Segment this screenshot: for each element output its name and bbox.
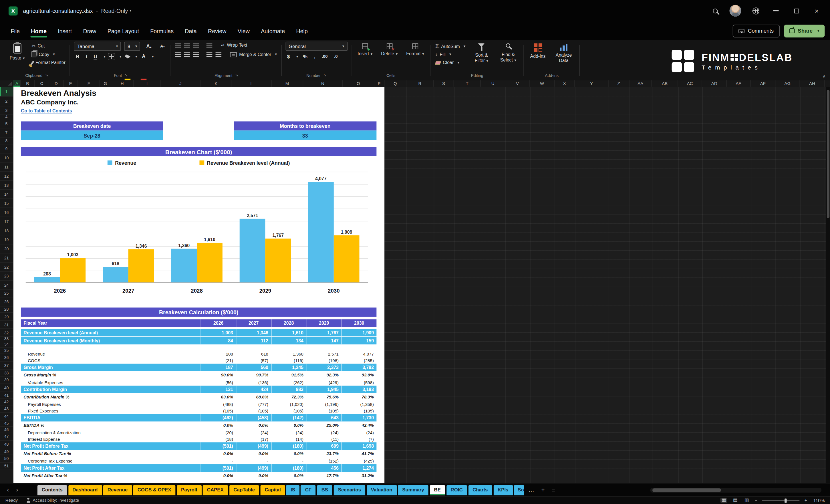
calc-cell[interactable]: 1,730 <box>341 414 376 421</box>
zoom-slider-thumb[interactable] <box>785 498 787 503</box>
calc-cell[interactable]: 1,698 <box>341 442 376 450</box>
calc-cell[interactable]: - <box>271 458 306 464</box>
align-left-button[interactable] <box>175 52 181 57</box>
calc-cell[interactable]: 1,346 <box>236 329 271 336</box>
row-header-42[interactable]: 42 <box>0 399 13 405</box>
calc-cell[interactable]: (458) <box>236 414 271 421</box>
addins-button[interactable]: Add-ins <box>528 42 548 60</box>
calc-header-cell[interactable]: 2026 <box>200 319 236 327</box>
row-header-5[interactable]: 5 <box>0 119 13 128</box>
row-header-46[interactable]: 46 <box>0 427 13 433</box>
calc-header-cell[interactable]: 2027 <box>236 319 271 327</box>
column-header-AA[interactable]: AA <box>630 80 652 86</box>
row-header-43[interactable]: 43 <box>0 405 13 413</box>
column-header-M[interactable]: M <box>272 80 303 86</box>
calc-cell[interactable]: 0.0% <box>236 422 271 429</box>
font-color-button[interactable]: A <box>140 54 147 59</box>
calc-cell[interactable]: 23.7% <box>306 450 341 457</box>
row-header-38[interactable]: 38 <box>0 370 13 376</box>
calc-cell[interactable]: (105) <box>306 408 341 414</box>
column-header-J[interactable]: J <box>161 80 200 86</box>
calc-cell[interactable]: 112 <box>236 337 271 344</box>
calc-cell[interactable]: 91.5% <box>271 372 306 379</box>
calc-cell[interactable]: (501) <box>200 464 236 472</box>
clear-button[interactable]: Clear▾ <box>434 60 467 66</box>
row-header-32[interactable]: 32 <box>0 329 13 337</box>
column-header-Z[interactable]: Z <box>609 80 630 86</box>
calc-row-label[interactable]: Payroll Expenses <box>21 401 200 407</box>
calc-cell[interactable]: (777) <box>236 401 271 407</box>
row-header-28[interactable]: 28 <box>0 306 13 313</box>
autosum-button[interactable]: ΣAutoSum▾ <box>434 43 467 50</box>
breakeven-chart[interactable]: RevenueRevenue Breakeven level (Annual) … <box>21 156 376 303</box>
row-header-8[interactable]: 8 <box>0 138 13 144</box>
calc-cell[interactable]: 0.0% <box>200 472 236 479</box>
calc-cell[interactable]: 42.4% <box>341 422 376 429</box>
bold-button[interactable]: B <box>74 54 81 60</box>
calc-cell[interactable]: 560 <box>236 364 271 371</box>
sheet-tab-captable[interactable]: CapTable <box>229 485 259 495</box>
cell-report-title[interactable]: Breakeven Analysis <box>21 88 96 98</box>
calc-cell[interactable]: (136) <box>236 379 271 385</box>
normal-view-button[interactable]: ▦ <box>721 498 727 503</box>
find-select-button[interactable]: Find & Select▾ <box>497 42 520 64</box>
row-header-39[interactable]: 39 <box>0 376 13 384</box>
row-header-10[interactable]: 10 <box>0 154 13 163</box>
row-header-12[interactable]: 12 <box>0 171 13 181</box>
calc-cell[interactable]: (105) <box>341 408 376 414</box>
row-header-34[interactable]: 34 <box>0 341 13 348</box>
orientation-button[interactable] <box>206 43 213 48</box>
calc-cell[interactable]: (24) <box>306 429 341 436</box>
calc-cell[interactable]: (488) <box>200 401 236 407</box>
row-header-51[interactable]: 51 <box>0 463 13 470</box>
column-header-N[interactable]: N <box>303 80 343 86</box>
align-middle-button[interactable] <box>184 43 190 48</box>
row-header-9[interactable]: 9 <box>0 145 13 154</box>
calc-cell[interactable]: 1,003 <box>200 329 236 336</box>
horizontal-scrollbar[interactable] <box>650 488 822 493</box>
horizontal-scrollbar-thumb[interactable] <box>652 488 721 492</box>
decrease-indent-button[interactable] <box>206 52 213 57</box>
calc-row-label[interactable]: Interest Expense <box>21 436 200 442</box>
calc-cell[interactable]: 643 <box>306 414 341 421</box>
column-header-B[interactable]: B <box>21 80 35 86</box>
row-header-1[interactable]: 1 <box>0 87 13 97</box>
column-header-AG[interactable]: AG <box>775 80 800 86</box>
calc-cell[interactable]: 1,909 <box>341 329 376 336</box>
maximize-button[interactable] <box>786 0 806 22</box>
calc-cell[interactable]: (18) <box>200 436 236 442</box>
row-header-25[interactable]: 25 <box>0 290 13 297</box>
calc-row-label[interactable]: Gross Margin % <box>21 372 200 379</box>
decrease-decimal-button[interactable]: .0 <box>332 54 340 59</box>
calc-cell[interactable]: 1,945 <box>306 385 341 393</box>
menu-home[interactable]: Home <box>26 24 52 38</box>
align-bottom-button[interactable] <box>193 43 199 48</box>
increase-decimal-button[interactable]: .00 <box>320 54 329 59</box>
calc-cell[interactable]: 72.3% <box>271 393 306 401</box>
sheet-tab-cf[interactable]: CF <box>301 485 316 495</box>
menu-help[interactable]: Help <box>291 24 313 38</box>
column-header-D[interactable]: D <box>49 80 63 86</box>
share-button[interactable]: Share ▾ <box>784 24 825 37</box>
legend-item-revenue[interactable]: Revenue <box>107 160 136 166</box>
analyze-data-button[interactable]: Analyze Data <box>551 42 576 65</box>
calc-table-title[interactable]: Breakeven Calculation ($'000) <box>21 308 376 317</box>
months-to-breakeven-header[interactable]: Months to breakeven <box>234 121 376 130</box>
column-header-AH[interactable]: AH <box>800 80 825 86</box>
menu-automate[interactable]: Automate <box>255 24 290 38</box>
sheet-tab-payroll[interactable]: Payroll <box>177 485 201 495</box>
dialog-launcher-icon[interactable]: ↘ <box>235 73 238 77</box>
menu-view[interactable]: View <box>232 24 255 38</box>
sheet-tab-revenue[interactable]: Revenue <box>103 485 132 495</box>
calc-cell[interactable]: 75.6% <box>306 393 341 401</box>
borders-button[interactable] <box>109 54 115 60</box>
sheet-tab-be[interactable]: BE <box>430 485 445 495</box>
dialog-launcher-icon[interactable]: ↘ <box>124 73 128 77</box>
legend-item-revenue-breakeven-level-annual[interactable]: Revenue Breakeven level (Annual) <box>199 160 290 166</box>
calc-row-label[interactable]: Fixed Expenses <box>21 408 200 414</box>
column-header-AB[interactable]: AB <box>652 80 678 86</box>
calc-cell[interactable]: 609 <box>306 442 341 450</box>
row-header-49[interactable]: 49 <box>0 448 13 455</box>
sheet-tab-cogs-opex[interactable]: COGS & OPEX <box>133 485 175 495</box>
decrease-font-button[interactable]: A▾ <box>157 43 167 49</box>
